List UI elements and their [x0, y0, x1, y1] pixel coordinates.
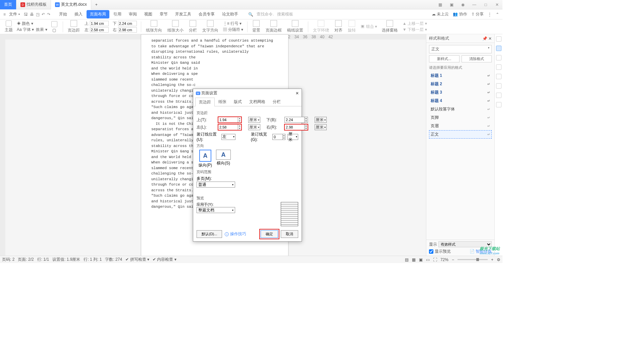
tool-styles-icon[interactable] [496, 46, 501, 51]
orientation-button[interactable]: 纸张方向 [144, 20, 164, 33]
bottom-unit[interactable]: 厘米▾ [315, 117, 327, 123]
margin-bottom-input[interactable] [118, 21, 137, 26]
tool-3-icon[interactable] [496, 55, 501, 60]
margin-top-input[interactable] [90, 21, 109, 26]
tab-review[interactable]: 审阅 [125, 10, 140, 18]
pin-icon[interactable]: 📌 [482, 36, 487, 41]
file-menu[interactable]: 文件▾ [7, 11, 22, 17]
paper-size-button[interactable]: 纸张大小 [165, 20, 185, 33]
style-item[interactable]: 页脚↵ [429, 113, 492, 122]
search-command[interactable]: 查找命令. [257, 11, 274, 17]
apps-icon[interactable]: ▣ [447, 2, 455, 7]
cloud-status[interactable]: ☁ 未上云 [432, 11, 449, 17]
apply-to-select[interactable]: 整篇文档▾ [197, 207, 235, 213]
rotate-button[interactable]: 旋转 [346, 20, 358, 33]
page-border-button[interactable]: 页面边框 [264, 20, 284, 33]
show-preview-checkbox[interactable] [429, 249, 433, 254]
bring-forward-button[interactable]: ▲ 上移一层 ▾ [402, 21, 427, 27]
print-icon[interactable]: 🖶 [30, 12, 34, 17]
tool-4-icon[interactable] [496, 64, 501, 70]
tab-home[interactable]: 首页 [0, 0, 16, 9]
tab-thesis[interactable]: 论文助手 [219, 10, 241, 18]
style-item[interactable]: 标题 4↵ [429, 97, 492, 105]
gutter-width-input[interactable]: ▲▼ [272, 134, 285, 140]
landscape-option[interactable]: A横向(S) [216, 150, 231, 168]
multi-page-select[interactable]: 普通▾ [197, 182, 235, 188]
columns-button[interactable]: 分栏 [187, 20, 199, 33]
tab-templates[interactable]: D 找稻壳模板 [16, 0, 51, 9]
bottom-input[interactable]: ▲▼ [284, 117, 308, 123]
dialog-tab-grid[interactable]: 文档网格 [246, 97, 269, 106]
tab-page-layout[interactable]: 页面布局 [87, 10, 109, 18]
text-direction-button[interactable]: 文字方向 [200, 20, 220, 33]
margins-button[interactable]: 页边距 [66, 20, 82, 33]
close-button[interactable]: ✕ [493, 2, 501, 7]
tab-document[interactable]: W 英文文档.docx [51, 0, 91, 9]
style-item[interactable]: 标题 3↵ [429, 88, 492, 97]
margin-right-input[interactable] [118, 27, 137, 33]
style-item[interactable]: 标题 1↵ [429, 71, 492, 80]
caret-icon[interactable]: ⌃ [496, 12, 499, 17]
zoom-value[interactable]: 72% [440, 257, 448, 262]
tab-sections[interactable]: 章节 [156, 10, 171, 18]
zoom-out-button[interactable]: − [452, 257, 454, 262]
grid-icon[interactable]: ▦ [436, 2, 444, 7]
tool-6-icon[interactable] [496, 83, 501, 89]
portrait-option[interactable]: A纵向(P) [199, 150, 212, 168]
right-input[interactable]: ▲▼ [284, 124, 308, 130]
ok-button[interactable]: 确定 [261, 230, 278, 238]
view-mode-1-icon[interactable]: ▤ [405, 257, 409, 262]
tab-insert[interactable]: 插入 [71, 10, 86, 18]
dialog-tab-columns[interactable]: 分栏 [269, 97, 284, 106]
dialog-title-bar[interactable]: W 页面设置 ✕ [193, 89, 302, 97]
effect-button[interactable]: 效果 ▾ [36, 27, 47, 33]
style-item[interactable]: 默认段落字体↵ [429, 105, 492, 113]
dialog-tab-margins[interactable]: 页边距 [195, 98, 215, 106]
view-mode-3-icon[interactable]: ▣ [419, 257, 423, 262]
style-item[interactable]: 页眉↵ [429, 122, 492, 130]
dialog-tab-paper[interactable]: 纸张 [215, 97, 230, 106]
clear-format-button[interactable]: 清除格式 [462, 55, 492, 62]
dialog-tab-layout[interactable]: 版式 [230, 97, 246, 106]
tool-8-icon[interactable] [496, 102, 501, 107]
right-unit[interactable]: 厘米▾ [315, 124, 327, 130]
grid-paper-button[interactable]: 稿纸设置 [285, 20, 305, 33]
view-mode-2-icon[interactable]: ▦ [412, 257, 416, 262]
tool-7-icon[interactable] [496, 93, 501, 98]
style-item[interactable]: 标题 2↵ [429, 80, 492, 88]
zoom-fit-icon[interactable]: ⛶ [433, 257, 437, 262]
tab-start[interactable]: 开始 [56, 10, 70, 18]
font-button[interactable]: Aa 字体 ▾ [17, 27, 34, 33]
minimize-button[interactable]: — [470, 2, 478, 7]
maximize-button[interactable]: □ [482, 2, 490, 7]
default-button[interactable]: 默认(D)... [197, 230, 222, 238]
gutter-pos-select[interactable]: 左▾ [221, 134, 235, 140]
new-style-button[interactable]: 新样式... [429, 55, 460, 62]
theme-button[interactable]: 主题 [2, 20, 15, 33]
undo-icon[interactable]: ↶ [42, 12, 45, 17]
tool-5-icon[interactable] [496, 74, 501, 79]
search-template[interactable]: 搜索模板 [277, 11, 293, 17]
document-area[interactable]: 124681012141618202224262830323436384042 … [0, 34, 426, 256]
margin-left-input[interactable] [90, 27, 109, 33]
cancel-button[interactable]: 取消 [281, 230, 298, 238]
background-button[interactable]: 背景 [250, 20, 262, 33]
send-backward-button[interactable]: ▼ 下移一层 ▾ [402, 27, 427, 33]
breaks-button[interactable]: ▤ 分隔符 ▾ [223, 27, 244, 33]
dialog-close-button[interactable]: ✕ [296, 91, 299, 96]
zoom-in-button[interactable]: + [491, 257, 493, 262]
left-unit[interactable]: 厘米▾ [248, 124, 260, 130]
tab-member[interactable]: 会员专享 [195, 10, 218, 18]
view-mode-4-icon[interactable]: ▭ [426, 257, 430, 262]
zoom-slider[interactable] [458, 259, 488, 260]
new-tab-button[interactable]: + [91, 0, 102, 9]
gutter-width-unit[interactable]: 厘米▾ [287, 134, 298, 140]
color-button[interactable]: ◈ 颜色 ▾ [17, 21, 47, 27]
text-wrap-button[interactable]: 文字环绕 [311, 20, 331, 33]
redo-icon[interactable]: ↷ [47, 12, 50, 17]
tips-link[interactable]: i操作技巧 [225, 231, 246, 237]
more-icon[interactable]: ⋮ [488, 12, 492, 17]
settings-icon[interactable]: ⚙ [497, 257, 500, 262]
hamburger-icon[interactable]: ≡ [2, 12, 7, 17]
line-numbers-button[interactable]: ⋮≡ 行号 ▾ [223, 21, 244, 27]
